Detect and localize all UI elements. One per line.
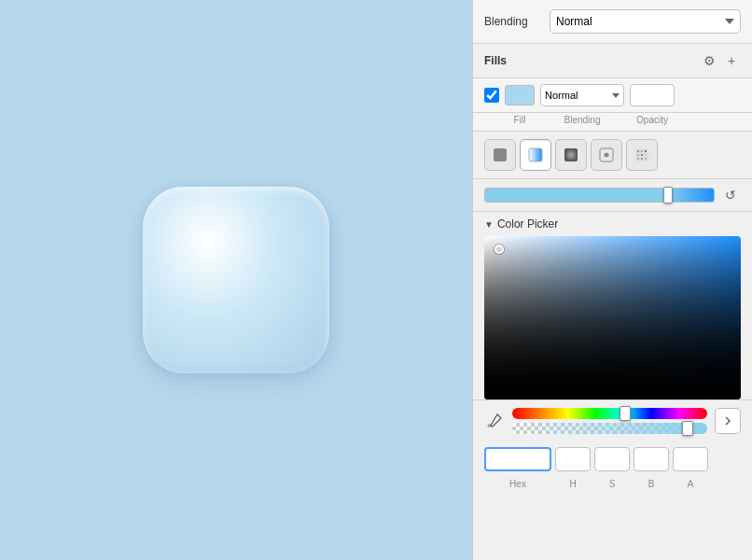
hex-label: Hex (484, 479, 551, 489)
svg-rect-8 (637, 154, 639, 156)
color-type-radial-gradient[interactable] (555, 139, 587, 171)
color-input-labels: Hex H S B A (473, 477, 752, 495)
canvas (0, 0, 472, 560)
alpha-thumb (682, 421, 693, 436)
svg-rect-6 (641, 150, 643, 152)
svg-rect-1 (529, 148, 542, 161)
color-gradient-picker[interactable] (484, 236, 741, 399)
s-input[interactable]: 12 (594, 447, 630, 471)
color-picker-triangle: ▼ (484, 219, 494, 230)
a-input[interactable]: 100 (673, 447, 708, 471)
fill-checkbox[interactable] (484, 88, 499, 103)
expand-button[interactable] (715, 408, 741, 434)
color-type-row (473, 132, 752, 179)
fill-labels: Fill Blending Opacity (473, 113, 752, 132)
fills-title: Fills (484, 54, 696, 67)
fill-label-spacer (484, 115, 499, 125)
svg-rect-11 (637, 158, 639, 160)
color-type-solid[interactable] (484, 139, 516, 171)
svg-rect-13 (645, 158, 647, 160)
color-picker-header: ▼ Color Picker (473, 212, 752, 236)
hue-slider-row: ↺ (473, 179, 752, 212)
fill-blending-select[interactable]: Normal Multiply (540, 84, 624, 106)
svg-rect-5 (637, 150, 639, 152)
h-input[interactable]: 199 (555, 447, 591, 471)
blending-row: Blending Normal Multiply Screen Overlay (473, 0, 752, 44)
rainbow-slider[interactable] (512, 408, 707, 419)
b-label: B (634, 479, 669, 489)
rainbow-thumb (620, 406, 631, 421)
dropper-button[interactable] (484, 411, 505, 431)
svg-rect-7 (645, 150, 647, 152)
a-label: A (673, 479, 708, 489)
svg-rect-2 (564, 148, 578, 161)
hue-slider[interactable] (484, 188, 715, 203)
color-picker-title: Color Picker (497, 217, 558, 231)
fills-header: Fills ⚙ + (473, 44, 752, 78)
fill-label-opacity: Opacity (630, 115, 675, 125)
fills-add-button[interactable]: + (722, 51, 741, 70)
fill-label-fill: Fill (505, 115, 535, 125)
fill-color-swatch[interactable] (505, 85, 535, 105)
rainbow-row (473, 399, 752, 441)
svg-rect-0 (494, 148, 507, 161)
rounded-button (143, 187, 329, 373)
color-type-linear-gradient[interactable] (520, 139, 551, 171)
color-type-pattern[interactable] (591, 139, 622, 171)
b-input[interactable]: 100 (634, 447, 669, 471)
svg-rect-10 (645, 154, 647, 156)
alpha-slider[interactable] (512, 423, 707, 434)
rainbow-slider-wrap (512, 408, 707, 434)
blending-select[interactable]: Normal Multiply Screen Overlay (550, 9, 741, 34)
right-panel: Blending Normal Multiply Screen Overlay … (472, 0, 752, 560)
hex-input[interactable]: E1F5FE (484, 447, 551, 471)
refresh-button[interactable]: ↺ (720, 185, 741, 205)
svg-rect-9 (641, 154, 643, 156)
fills-gear-button[interactable]: ⚙ (700, 51, 718, 70)
color-picker-cursor (494, 245, 504, 254)
color-inputs-row: E1F5FE 199 12 100 100 (473, 441, 752, 477)
s-label: S (594, 479, 630, 489)
color-type-noise[interactable] (626, 139, 658, 171)
h-label: H (555, 479, 591, 489)
fill-label-blending: Blending (540, 115, 624, 125)
fill-row: Normal Multiply 100% (473, 78, 752, 113)
blending-label: Blending (484, 15, 550, 28)
fill-opacity-input[interactable]: 100% (630, 84, 675, 106)
hue-slider-thumb (663, 187, 673, 203)
svg-rect-12 (641, 158, 643, 160)
